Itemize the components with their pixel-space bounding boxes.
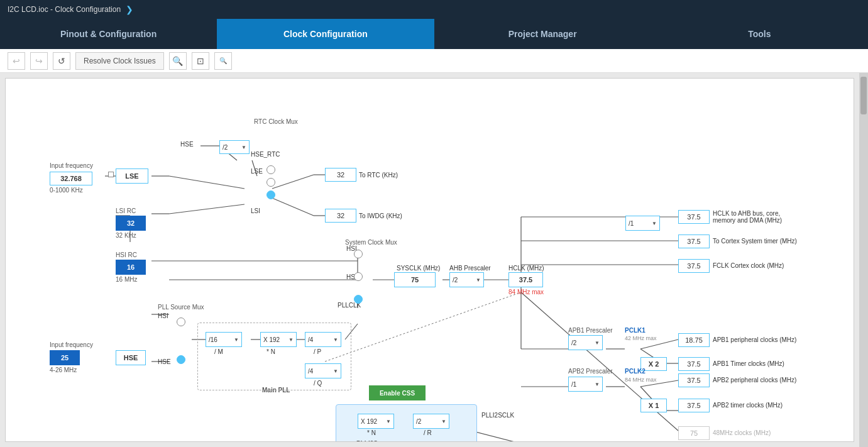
enable-css-button[interactable]: Enable CSS (369, 385, 426, 400)
svg-line-2 (169, 176, 244, 189)
out-cortex-label: To Cortex System timer (MHz) (713, 238, 797, 245)
tab-pinout[interactable]: Pinout & Configuration (0, 19, 217, 49)
sys-mux-hsi[interactable] (354, 250, 363, 258)
pll-src-label: PLL Source Mux (158, 304, 204, 311)
pll-mux-hsi[interactable] (177, 317, 185, 326)
out-apb1-timer: 37.5 (678, 357, 710, 371)
iwdg-val: 32 (325, 209, 356, 223)
lsi-line-label: LSI (251, 207, 260, 214)
svg-line-10 (272, 198, 314, 216)
pclk1-label: PCLK1 (625, 327, 646, 334)
hse-rtc-label: HSE_RTC (251, 151, 280, 158)
input-freq2-range: 4-26 MHz (50, 367, 77, 373)
hse-div-select[interactable]: /2▼ (219, 140, 250, 154)
lsi-value: 32 (116, 216, 146, 231)
undo-button[interactable]: ↩ (8, 52, 25, 70)
out-apb1-periph-label: APB1 peripheral clocks (MHz) (713, 336, 796, 343)
rtc-mux-label: RTC Clock Mux (254, 118, 298, 125)
svg-line-7 (169, 204, 244, 214)
hclk-div1-select[interactable]: /1▼ (625, 216, 660, 231)
lse-line-label: LSE (251, 168, 263, 175)
lsi-sublabel: 32 KHz (116, 232, 136, 239)
lse-box: LSE (116, 168, 148, 184)
out-apb2-periph-label: APB2 peripheral clocks (MHz) (713, 377, 796, 384)
r-div-select[interactable]: /2▼ (413, 414, 449, 429)
ahb-label: AHB Prescaler (449, 265, 491, 272)
svg-line-8 (272, 175, 314, 189)
tab-bar: Pinout & Configuration Clock Configurati… (0, 19, 868, 49)
title-bar: I2C LCD.ioc - Clock Configuration ❯ (0, 0, 868, 19)
hsi-rc-label: HSI RC (116, 251, 137, 258)
x1-box: X 1 (640, 399, 667, 412)
pclk1-max: 42 MHz max (625, 335, 657, 341)
pclk2-label: PCLK2 (625, 368, 646, 375)
tab-tools[interactable]: Tools (651, 19, 868, 49)
input-freq1-label: Input frequency (50, 162, 93, 169)
out-apb2-timer: 37.5 (678, 399, 710, 412)
hsi-value: 16 (116, 260, 146, 275)
out-fclk: 37.5 (678, 259, 710, 273)
plli2s-label: PLLI2S (356, 440, 378, 442)
tab-project[interactable]: Project Manager (434, 19, 651, 49)
plli2s-border (336, 404, 477, 442)
clock-canvas: Input frequency 32.768 0-1000 KHz LSE LS… (5, 78, 854, 442)
rtc-mux-circle-2[interactable] (266, 178, 275, 187)
out-cortex-timer: 37.5 (678, 235, 710, 248)
hclk-label: HCLK (MHz) (508, 265, 544, 272)
out-48mhz-label: 48MHz clocks (MHz) (713, 429, 771, 436)
out-ahb: 37.5 (678, 210, 710, 224)
hse-line-label: HSE (180, 141, 194, 148)
input-freq2-label: Input frequency (50, 341, 93, 348)
scrollbar-right[interactable] (859, 73, 868, 447)
hclk-val: 37.5 (508, 272, 543, 287)
sys-mux-hse[interactable] (354, 272, 363, 281)
apb2-div-select[interactable]: /1▼ (568, 377, 603, 392)
out-48mhz: 75 (678, 426, 710, 440)
hse-pll-label: HSE (158, 358, 171, 365)
zoom-out-button[interactable]: 🔍 (214, 52, 232, 70)
pll-mux-hse[interactable] (177, 355, 185, 364)
redo-button[interactable]: ↪ (30, 52, 48, 70)
hsi-pll-label: HSI (158, 312, 168, 319)
n2-label: * N (367, 429, 376, 436)
apb1-div-select[interactable]: /2▼ (568, 335, 603, 350)
scrollbar-thumb[interactable] (860, 77, 867, 114)
lse-symbol (108, 172, 114, 177)
pclk2-max: 84 MHz max (625, 377, 657, 383)
to-iwdg-label: To IWDG (KHz) (359, 212, 402, 219)
main-area: Input frequency 32.768 0-1000 KHz LSE LS… (0, 73, 868, 447)
input-freq1-value[interactable]: 32.768 (50, 172, 92, 185)
input-freq2-value[interactable]: 25 (50, 350, 80, 365)
out-fclk-label: FCLK Cortex clock (MHz) (713, 262, 784, 269)
toolbar: ↩ ↪ ↺ Resolve Clock Issues 🔍 ⊡ 🔍 (0, 49, 868, 73)
lsi-rc-label: LSI RC (116, 207, 136, 214)
sysclk-val: 75 (394, 272, 436, 287)
title-text: I2C LCD.ioc - Clock Configuration (8, 5, 121, 14)
zoom-in-button[interactable]: 🔍 (169, 52, 187, 70)
hse-box: HSE (116, 350, 146, 365)
title-arrow: ❯ (126, 4, 133, 14)
out-apb2-periph: 37.5 (678, 373, 710, 387)
hclk-max: 84 MHz max (508, 289, 544, 295)
main-pll-border (197, 323, 351, 390)
out-apb1-timer-label: APB1 Timer clocks (MHz) (713, 360, 784, 367)
fit-button[interactable]: ⊡ (192, 52, 209, 70)
ahb-div-select[interactable]: /2▼ (449, 272, 484, 287)
sys-mux-pll[interactable] (354, 295, 363, 304)
apb2-label: APB2 Prescaler (568, 368, 613, 375)
resolve-button[interactable]: Resolve Clock Issues (75, 52, 164, 70)
r-label: / R (424, 429, 432, 436)
n2-mult-select[interactable]: X 192▼ (358, 414, 394, 429)
rtc-mux-circle-3[interactable] (266, 190, 275, 199)
refresh-button[interactable]: ↺ (53, 52, 70, 70)
to-rtc-label: To RTC (KHz) (359, 172, 398, 179)
svg-line-46 (471, 431, 678, 441)
out-apb2-timer-label: APB2 timer clocks (MHz) (713, 402, 783, 409)
sysclk-label: SYSCLK (MHz) (397, 265, 440, 272)
tab-clock[interactable]: Clock Configuration (217, 19, 434, 49)
out-apb1-periph: 18.75 (678, 333, 710, 347)
plli2sclk-label: PLLI2SCLK (481, 412, 514, 419)
out-ahb-label: HCLK to AHB bus, core,memory and DMA (MH… (713, 210, 782, 224)
rtc-val: 32 (325, 168, 356, 182)
rtc-mux-circle-1[interactable] (266, 165, 275, 174)
